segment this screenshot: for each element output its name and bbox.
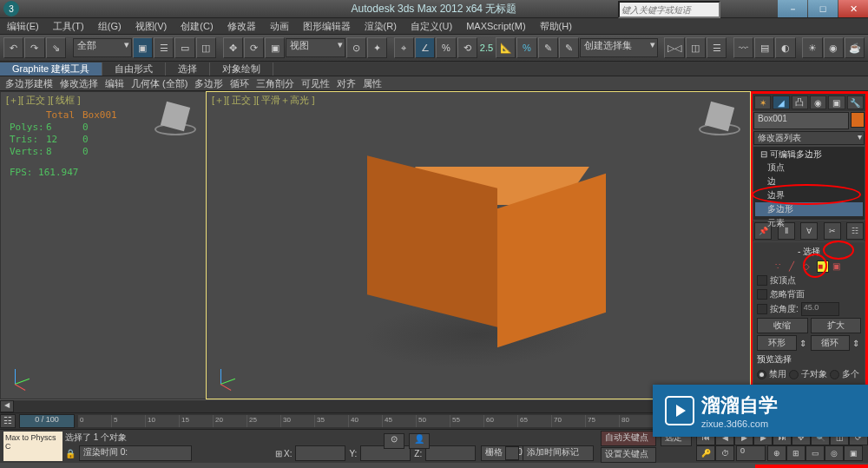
select-name-button[interactable]: ☰	[154, 37, 174, 58]
align-button[interactable]: ◫	[686, 37, 706, 58]
nav-max-button[interactable]: ▣	[844, 445, 863, 461]
menu-help[interactable]: 帮助(H)	[533, 20, 579, 33]
link-button[interactable]: ⇘	[46, 37, 66, 58]
ribbon-tri[interactable]: 三角剖分	[253, 77, 298, 90]
shrink-button[interactable]: 收缩	[757, 318, 808, 333]
menu-create[interactable]: 创建(C)	[174, 20, 220, 33]
ribbon-geom[interactable]: 几何体 (全部)	[128, 77, 191, 90]
material-editor-button[interactable]: ◐	[775, 37, 795, 58]
menu-render[interactable]: 渲染(R)	[358, 20, 404, 33]
percent-icon[interactable]: %	[516, 37, 536, 58]
stack-vertex[interactable]: 顶点	[755, 161, 863, 175]
auto-key-button[interactable]: 自动关键点	[601, 431, 656, 446]
subobj-element-icon[interactable]: ▣	[832, 261, 843, 272]
help-search-input[interactable]	[618, 1, 720, 18]
viewport-right[interactable]: [＋][ 正交 ][ 平滑＋高光 ]	[206, 91, 751, 399]
object-name-field[interactable]: Box001	[753, 112, 849, 129]
ribbon-tab-freeform[interactable]: 自由形式	[102, 63, 166, 76]
stack-root[interactable]: ⊟ 可编辑多边形	[755, 148, 863, 161]
time-tag-field[interactable]: 添加时间标记	[523, 445, 594, 461]
window-crossing-button[interactable]: ◫	[196, 37, 216, 58]
select-button[interactable]: ▣	[133, 37, 153, 58]
redo-button[interactable]: ↷	[24, 37, 44, 58]
grow-button[interactable]: 扩大	[811, 318, 862, 333]
viewcube-right[interactable]	[698, 102, 741, 146]
time-config-button[interactable]: ⏱	[715, 445, 734, 461]
pivot-button[interactable]: ⊙	[346, 37, 366, 58]
viewport-left[interactable]: [＋][ 正交 ][ 线框 ] TotalBox001 Polys:60 Tri…	[0, 91, 207, 399]
render-setup-button[interactable]: ☀	[802, 37, 822, 58]
preview-multi-radio[interactable]	[830, 370, 839, 379]
render-button[interactable]: ☕	[845, 37, 865, 58]
scale-button[interactable]: ▣	[265, 37, 285, 58]
angle-spinner[interactable]: 45.0	[801, 302, 839, 316]
ribbon-loop[interactable]: 循环	[227, 77, 253, 90]
ribbon-edit[interactable]: 编辑	[102, 77, 128, 90]
tab-hierarchy-icon[interactable]: 凸	[792, 96, 808, 109]
ribbon-align[interactable]: 对齐	[333, 77, 359, 90]
layers-button[interactable]: ☰	[707, 37, 727, 58]
edit-set-button[interactable]: ✎	[538, 37, 558, 58]
maxscript-listener[interactable]: Max to Physcs C	[3, 432, 62, 461]
nav-orbit-button[interactable]: ◎	[825, 445, 844, 461]
ribbon-vis[interactable]: 可见性	[298, 77, 333, 90]
timeline-config-icon[interactable]: ☷	[0, 414, 16, 428]
viewports[interactable]: [＋][ 正交 ][ 线框 ] TotalBox001 Polys:60 Tri…	[0, 91, 751, 399]
menu-group[interactable]: 组(G)	[91, 20, 128, 33]
ribbon-tab-paint[interactable]: 对象绘制	[210, 63, 273, 76]
menu-edit[interactable]: 编辑(E)	[0, 20, 46, 33]
select-region-button[interactable]: ▭	[174, 37, 194, 58]
viewport-right-label[interactable]: [＋][ 正交 ][ 平滑＋高光 ]	[212, 94, 315, 107]
subobj-edge-icon[interactable]: ╱	[789, 261, 799, 272]
loop-button[interactable]: 循环	[811, 335, 851, 351]
selection-filter-combo[interactable]: 全部	[73, 38, 132, 57]
schematic-button[interactable]: ▤	[754, 37, 774, 58]
ribbon-polymodel[interactable]: 多边形建模	[2, 77, 56, 90]
menu-tools[interactable]: 工具(T)	[46, 20, 91, 33]
nav-zoom-all-button[interactable]: ⊞	[786, 445, 806, 461]
ring-button[interactable]: 环形	[757, 335, 797, 351]
tab-motion-icon[interactable]: ◉	[810, 96, 826, 109]
menu-view[interactable]: 视图(V)	[128, 20, 174, 33]
by-angle-checkbox[interactable]	[757, 304, 767, 314]
preview-off-radio[interactable]	[757, 370, 766, 379]
modifier-stack[interactable]: ⊟ 可编辑多边形 顶点 边 边界 多边形 元素	[753, 147, 865, 220]
tab-modify-icon[interactable]: ◢	[773, 96, 789, 109]
angle-snap-button[interactable]: ∠	[415, 37, 435, 58]
viewport-left-label[interactable]: [＋][ 正交 ][ 线框 ]	[6, 94, 81, 107]
tab-display-icon[interactable]: ▣	[828, 96, 845, 109]
percent-snap-button[interactable]: %	[436, 37, 456, 58]
manipulate-button[interactable]: ✦	[367, 37, 387, 58]
tab-create-icon[interactable]: ✶	[754, 96, 771, 109]
menu-modifiers[interactable]: 修改器	[220, 20, 263, 33]
measure-icon[interactable]: 📐	[496, 37, 516, 58]
menu-animation[interactable]: 动画	[263, 20, 296, 33]
nav-region-button[interactable]: ▭	[806, 445, 825, 461]
tab-utilities-icon[interactable]: 🔧	[847, 96, 864, 109]
close-button[interactable]: ✕	[838, 0, 868, 17]
undo-button[interactable]: ↶	[3, 37, 23, 58]
named-set-combo[interactable]: 创建选择集	[580, 38, 657, 57]
time-tag-button[interactable]	[505, 446, 519, 460]
snap-toggle-button[interactable]: ⌖	[394, 37, 414, 58]
preview-subobj-radio[interactable]	[789, 370, 799, 379]
by-vertex-checkbox[interactable]	[757, 275, 767, 286]
spinner-snap-button[interactable]: ⟲	[457, 37, 477, 58]
menu-customize[interactable]: 自定义(U)	[404, 20, 459, 33]
modifier-list-dropdown[interactable]: 修改器列表	[753, 131, 865, 145]
ignore-backfacing-checkbox[interactable]	[757, 289, 767, 300]
box-object[interactable]	[363, 135, 580, 353]
time-slider[interactable]: 0 / 100	[19, 414, 75, 428]
minimize-button[interactable]: －	[778, 0, 807, 17]
ribbon-props[interactable]: 属性	[359, 77, 385, 90]
remove-set-button[interactable]: ✎	[559, 37, 579, 58]
ribbon-modsel[interactable]: 修改选择	[56, 77, 102, 90]
ribbon-poly[interactable]: 多边形	[191, 77, 227, 90]
current-frame-field[interactable]: 0	[736, 445, 766, 461]
ref-coord-combo[interactable]: 视图	[286, 38, 345, 57]
x-coord-field[interactable]	[295, 445, 345, 461]
rotate-button[interactable]: ⟳	[244, 37, 264, 58]
move-button[interactable]: ✥	[223, 37, 243, 58]
curve-editor-button[interactable]: 〰	[733, 37, 753, 58]
mirror-button[interactable]: ▷◁	[664, 37, 684, 58]
